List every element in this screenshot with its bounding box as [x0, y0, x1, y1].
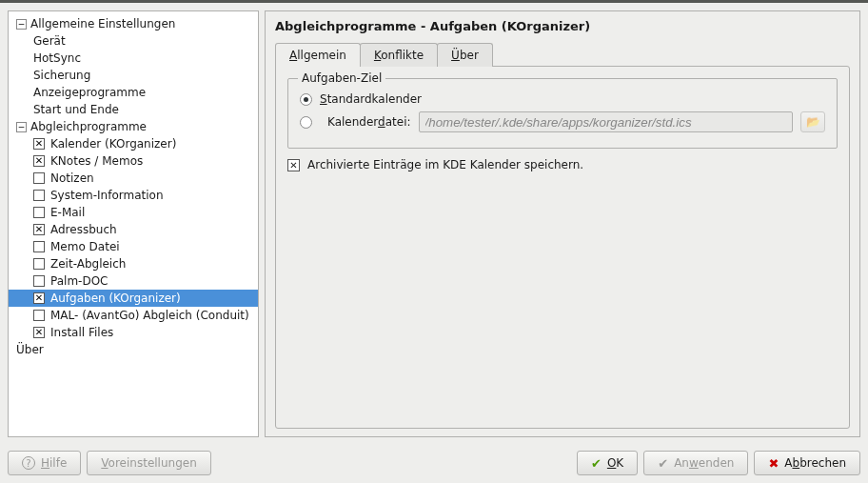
button-label: Abbrechen	[784, 456, 846, 470]
tab-bar: Allgemein Konflikte Über	[275, 43, 850, 67]
tree-collapse-icon[interactable]: −	[16, 19, 27, 30]
tree-checkbox[interactable]: ✕	[33, 155, 45, 167]
tree-item[interactable]: Notizen	[9, 170, 258, 187]
tree-item[interactable]: Sicherung	[9, 67, 258, 84]
button-label: Anwenden	[674, 456, 734, 470]
tab-panel-general: Aufgaben-Ziel Standardkalender Kalenderd…	[275, 66, 850, 429]
tree-item-selected[interactable]: ✕Aufgaben (KOrganizer)	[9, 290, 258, 307]
tree-item[interactable]: ✕Install Files	[9, 324, 258, 341]
help-button[interactable]: ? Hilfe	[8, 451, 81, 475]
ok-button[interactable]: ✔ OK	[577, 451, 638, 475]
folder-open-icon: 📂	[806, 115, 820, 129]
tree-checkbox[interactable]	[33, 258, 45, 270]
tree-item[interactable]: Zeit-Abgleich	[9, 255, 258, 272]
tree-checkbox[interactable]	[33, 172, 45, 184]
archive-label: Archivierte Einträge im KDE Kalender spe…	[307, 158, 583, 171]
tree-group-label: Abgleichprogramme	[30, 120, 147, 133]
tree-item[interactable]: MAL- (AvantGo) Abgleich (Conduit)	[9, 307, 258, 324]
radio-label: Standardkalender	[320, 92, 422, 106]
tree-item[interactable]: ✕Kalender (KOrganizer)	[9, 135, 258, 152]
tree-item-about[interactable]: Über	[9, 341, 258, 358]
tree-item[interactable]: Start und Ende	[9, 101, 258, 118]
defaults-button[interactable]: Voreinstellungen	[87, 451, 210, 475]
tree-checkbox[interactable]: ✕	[33, 224, 45, 235]
tree-checkbox[interactable]	[33, 310, 45, 321]
content-panel: Abgleichprogramme - Aufgaben (KOrganizer…	[265, 10, 860, 437]
tree-group-conduits[interactable]: − Abgleichprogramme	[9, 118, 258, 135]
radio-standard-calendar[interactable]	[300, 93, 312, 106]
browse-button[interactable]: 📂	[800, 111, 825, 132]
tree-item[interactable]: System-Information	[9, 187, 258, 204]
tree-group-label: Allgemeine Einstellungen	[30, 17, 175, 30]
tree-item[interactable]: HotSync	[9, 50, 258, 67]
sidebar-tree[interactable]: − Allgemeine Einstellungen Gerät HotSync…	[8, 10, 259, 437]
button-label: Voreinstellungen	[101, 456, 196, 470]
archive-checkbox-row[interactable]: ✕ Archivierte Einträge im KDE Kalender s…	[287, 158, 838, 171]
cancel-button[interactable]: ✖ Abbrechen	[754, 451, 860, 475]
button-label: Hilfe	[41, 456, 67, 470]
tree-group-general[interactable]: − Allgemeine Einstellungen	[9, 15, 258, 32]
help-icon: ?	[22, 456, 35, 470]
tree-checkbox[interactable]: ✕	[33, 327, 45, 338]
tree-item[interactable]: ✕KNotes / Memos	[9, 152, 258, 170]
tree-checkbox[interactable]	[33, 207, 45, 218]
main-area: − Allgemeine Einstellungen Gerät HotSync…	[0, 3, 868, 445]
tree-item[interactable]: Palm-DOC	[9, 272, 258, 290]
tree-checkbox[interactable]: ✕	[33, 292, 45, 304]
button-label: OK	[607, 456, 623, 470]
check-icon: ✔	[658, 456, 668, 471]
tree-checkbox[interactable]	[33, 241, 45, 252]
tab-conflicts[interactable]: Konflikte	[360, 43, 438, 67]
tree-item[interactable]: ✕Adressbuch	[9, 221, 258, 238]
tree-collapse-icon[interactable]: −	[16, 122, 27, 132]
button-bar: ? Hilfe Voreinstellungen ✔ OK ✔ Anwenden…	[0, 445, 868, 483]
check-icon: ✔	[591, 456, 602, 471]
fieldset-legend: Aufgaben-Ziel	[298, 71, 385, 85]
tab-about[interactable]: Über	[437, 43, 493, 67]
tree-checkbox[interactable]: ✕	[33, 138, 45, 150]
radio-standard-calendar-row[interactable]: Standardkalender	[300, 92, 825, 106]
tree-item[interactable]: Anzeigeprogramme	[9, 84, 258, 101]
tree-checkbox[interactable]	[33, 190, 45, 201]
spacer	[217, 451, 571, 475]
tab-general[interactable]: Allgemein	[275, 43, 361, 67]
calendar-file-input[interactable]	[419, 111, 793, 132]
fieldset-target: Aufgaben-Ziel Standardkalender Kalenderd…	[287, 78, 838, 149]
apply-button[interactable]: ✔ Anwenden	[643, 451, 748, 475]
tree-checkbox[interactable]	[33, 275, 45, 287]
close-icon: ✖	[768, 456, 779, 471]
tree-item[interactable]: Gerät	[9, 32, 258, 50]
page-title: Abgleichprogramme - Aufgaben (KOrganizer…	[275, 19, 850, 33]
tree-item[interactable]: Memo Datei	[9, 238, 258, 255]
radio-calendar-file[interactable]	[300, 116, 312, 129]
tree-item[interactable]: E-Mail	[9, 204, 258, 221]
archive-checkbox[interactable]: ✕	[287, 159, 300, 171]
radio-calendar-file-row[interactable]: Kalenderdatei: 📂	[300, 111, 825, 132]
radio-label: Kalenderdatei:	[327, 115, 411, 129]
